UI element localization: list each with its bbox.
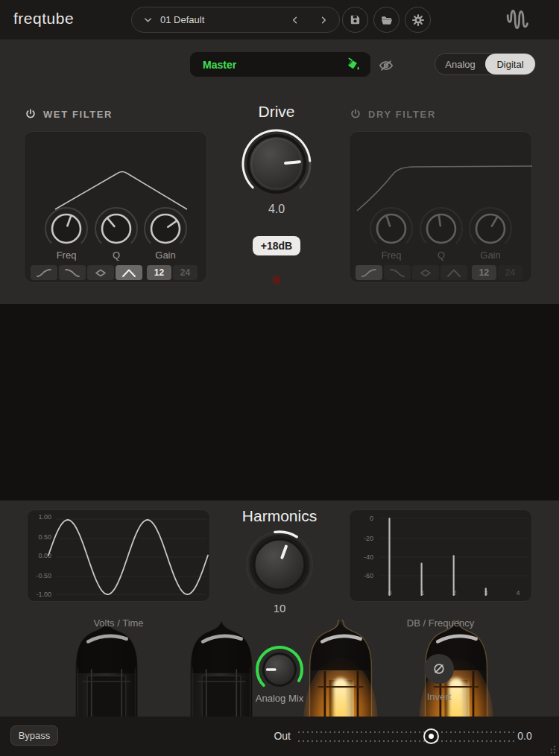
scope-plot <box>28 510 211 603</box>
out-value: 0.0 <box>511 730 538 742</box>
out-slider-track[interactable] <box>298 731 514 733</box>
title-bar: freqtube 01 Default <box>0 0 559 39</box>
next-preset-icon[interactable] <box>318 15 329 25</box>
settings-button[interactable] <box>405 7 431 33</box>
out-slider-track[interactable] <box>298 740 514 742</box>
lowpass-icon <box>64 268 80 278</box>
db-frequency-scope: 0 -20 -40 -60 0 1 2 3 4 <box>349 509 532 602</box>
wet-slope-24-button[interactable]: 24 <box>173 265 198 280</box>
bell-icon <box>446 268 462 278</box>
wet-freq-knob[interactable] <box>42 205 90 252</box>
harmonics-knob[interactable] <box>227 512 332 617</box>
wet-filter-header: WET FILTER <box>25 108 113 120</box>
wet-bell-button[interactable] <box>116 265 142 280</box>
dry-freq-label: Freq <box>367 250 415 261</box>
dry-q-label: Q <box>417 250 465 261</box>
wet-notch-button[interactable] <box>87 265 114 280</box>
preset-selector[interactable]: 01 Default <box>131 7 340 33</box>
freqtube-plugin-window: freqtube 01 Default <box>0 0 559 756</box>
dry-slope-24-button[interactable]: 24 <box>498 265 522 280</box>
tube-stage: E83CC E83CC 12AT7 12AT7 Tilt <box>0 304 559 501</box>
target-selector[interactable]: Master <box>190 52 370 77</box>
dry-lowpass-button[interactable] <box>384 265 411 280</box>
drive-led <box>274 277 280 283</box>
gear-icon <box>411 13 425 27</box>
wet-q-label: Q <box>92 250 140 261</box>
wet-slope-12-button[interactable]: 12 <box>147 265 171 280</box>
wet-q-knob[interactable] <box>92 205 140 252</box>
dry-gain-label: Gain <box>467 250 514 261</box>
wet-highpass-button[interactable] <box>31 265 57 280</box>
out-label: Out <box>253 730 291 742</box>
app-logo: freqtube <box>13 10 74 28</box>
wet-freq-label: Freq <box>42 250 90 261</box>
volts-time-scope: 1.00 0.50 0.00 -0.50 -1.00 <box>27 509 210 602</box>
dry-q-knob[interactable] <box>417 205 465 252</box>
save-icon <box>349 13 361 26</box>
wet-gain-label: Gain <box>142 250 189 261</box>
prev-preset-icon[interactable] <box>290 15 300 25</box>
dry-freq-knob[interactable] <box>367 205 415 252</box>
notch-icon <box>417 268 434 278</box>
eye-hidden-icon[interactable] <box>377 57 395 74</box>
dry-gain-knob[interactable] <box>467 205 514 252</box>
wet-gain-knob[interactable] <box>142 205 189 252</box>
spectrum-caption: DB / Frequency <box>349 617 532 629</box>
dry-filter-panel: Freq Q Gain 12 24 <box>349 131 532 283</box>
mode-analog-button[interactable]: Analog <box>435 54 485 74</box>
dry-power-icon[interactable] <box>350 108 361 120</box>
invert-button[interactable] <box>424 654 454 684</box>
drive-value: 4.0 <box>217 203 336 216</box>
bypass-button[interactable]: Bypass <box>10 725 58 746</box>
chevron-down-icon <box>142 14 154 25</box>
preset-name: 01 Default <box>160 14 204 25</box>
analog-mix-label: Analog Mix <box>220 693 339 704</box>
out-slider-thumb[interactable] <box>423 728 439 744</box>
scope-caption: Volts / Time <box>27 617 210 629</box>
save-preset-button[interactable] <box>342 7 368 33</box>
load-preset-button[interactable] <box>373 7 399 33</box>
mode-toggle: Analog Digital <box>435 53 536 75</box>
resize-grip-icon[interactable] <box>547 745 556 754</box>
harmonics-value: 10 <box>220 602 339 614</box>
highpass-icon <box>361 268 377 278</box>
invert-label: Invert <box>379 691 499 702</box>
highpass-icon <box>36 268 52 278</box>
dry-filter-header: DRY FILTER <box>350 108 436 120</box>
notch-icon <box>92 268 109 278</box>
paint-bucket-icon <box>345 57 361 73</box>
bottom-bar: Bypass Out 0.0 <box>0 717 559 756</box>
drive-knob[interactable] <box>224 112 329 216</box>
bell-icon <box>121 268 137 278</box>
spectrum-plot <box>350 510 533 603</box>
wet-power-icon[interactable] <box>25 108 37 120</box>
dry-notch-button[interactable] <box>412 265 439 280</box>
phase-invert-icon <box>431 661 447 677</box>
dry-highpass-button[interactable] <box>356 265 382 280</box>
folder-icon <box>380 13 394 27</box>
mode-digital-button[interactable]: Digital <box>485 54 535 74</box>
dry-slope-12-button[interactable]: 12 <box>472 265 496 280</box>
dry-filter-title: DRY FILTER <box>368 109 436 120</box>
waveform-logo-icon <box>501 5 547 35</box>
lowpass-icon <box>389 268 405 278</box>
wet-filter-panel: Freq Q Gain 12 24 <box>24 131 207 283</box>
boost-18db-button[interactable]: +18dB <box>253 236 300 255</box>
wet-lowpass-button[interactable] <box>59 265 86 280</box>
wet-filter-title: WET FILTER <box>43 109 113 120</box>
dry-bell-button[interactable] <box>440 265 467 280</box>
target-label: Master <box>203 59 236 71</box>
